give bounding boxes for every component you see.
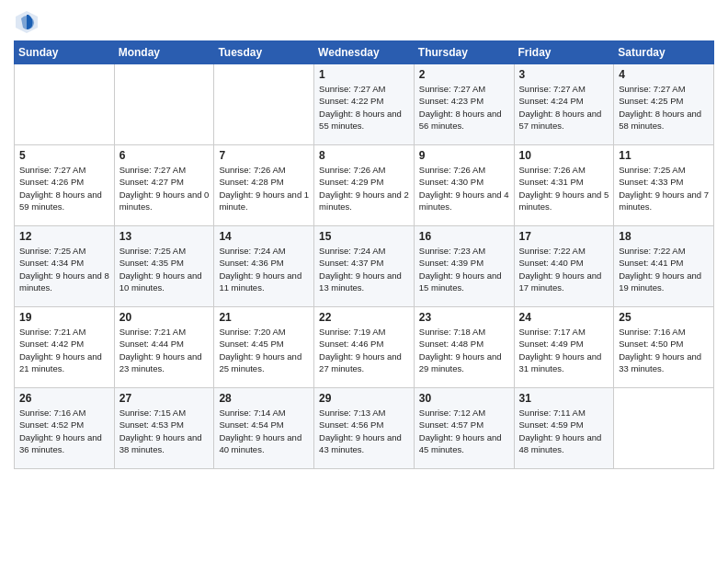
weekday-header: Tuesday [214, 41, 314, 64]
calendar-cell: 25Sunrise: 7:16 AM Sunset: 4:50 PM Dayli… [614, 307, 714, 388]
calendar-cell: 20Sunrise: 7:21 AM Sunset: 4:44 PM Dayli… [114, 307, 214, 388]
calendar-cell: 17Sunrise: 7:22 AM Sunset: 4:40 PM Dayli… [514, 226, 614, 307]
day-number: 31 [519, 392, 609, 405]
calendar-cell: 19Sunrise: 7:21 AM Sunset: 4:42 PM Dayli… [15, 307, 115, 388]
calendar-table: SundayMondayTuesdayWednesdayThursdayFrid… [14, 40, 714, 469]
page: SundayMondayTuesdayWednesdayThursdayFrid… [0, 0, 728, 563]
calendar-cell: 18Sunrise: 7:22 AM Sunset: 4:41 PM Dayli… [614, 226, 714, 307]
day-info: Sunrise: 7:17 AM Sunset: 4:49 PM Dayligh… [519, 326, 609, 374]
day-number: 6 [119, 149, 210, 162]
calendar-cell: 2Sunrise: 7:27 AM Sunset: 4:23 PM Daylig… [414, 64, 514, 145]
calendar-week-row: 1Sunrise: 7:27 AM Sunset: 4:22 PM Daylig… [15, 64, 714, 145]
day-info: Sunrise: 7:22 AM Sunset: 4:41 PM Dayligh… [619, 245, 709, 293]
day-number: 12 [19, 230, 109, 243]
day-info: Sunrise: 7:26 AM Sunset: 4:31 PM Dayligh… [519, 164, 609, 213]
calendar-cell: 10Sunrise: 7:26 AM Sunset: 4:31 PM Dayli… [514, 145, 614, 226]
day-number: 23 [419, 311, 509, 324]
day-number: 18 [619, 230, 709, 243]
logo [14, 9, 43, 35]
day-info: Sunrise: 7:27 AM Sunset: 4:23 PM Dayligh… [419, 83, 509, 132]
day-number: 28 [219, 392, 309, 405]
day-number: 8 [319, 149, 409, 162]
calendar-cell: 30Sunrise: 7:12 AM Sunset: 4:57 PM Dayli… [414, 388, 514, 469]
day-info: Sunrise: 7:22 AM Sunset: 4:40 PM Dayligh… [519, 245, 609, 293]
day-info: Sunrise: 7:27 AM Sunset: 4:27 PM Dayligh… [119, 164, 210, 213]
calendar-cell: 7Sunrise: 7:26 AM Sunset: 4:28 PM Daylig… [214, 145, 314, 226]
day-info: Sunrise: 7:19 AM Sunset: 4:46 PM Dayligh… [319, 326, 409, 374]
calendar-body: 1Sunrise: 7:27 AM Sunset: 4:22 PM Daylig… [15, 64, 714, 469]
calendar-week-row: 5Sunrise: 7:27 AM Sunset: 4:26 PM Daylig… [15, 145, 714, 226]
calendar-cell: 14Sunrise: 7:24 AM Sunset: 4:36 PM Dayli… [214, 226, 314, 307]
day-number: 21 [219, 311, 309, 324]
day-number: 26 [19, 392, 109, 405]
calendar-week-row: 26Sunrise: 7:16 AM Sunset: 4:52 PM Dayli… [15, 388, 714, 469]
calendar-header: SundayMondayTuesdayWednesdayThursdayFrid… [15, 41, 714, 64]
calendar-cell [114, 64, 214, 145]
day-info: Sunrise: 7:23 AM Sunset: 4:39 PM Dayligh… [419, 245, 509, 293]
calendar-cell [15, 64, 115, 145]
day-number: 5 [19, 149, 109, 162]
calendar-cell: 26Sunrise: 7:16 AM Sunset: 4:52 PM Dayli… [15, 388, 115, 469]
calendar-cell: 12Sunrise: 7:25 AM Sunset: 4:34 PM Dayli… [15, 226, 115, 307]
calendar-cell [214, 64, 314, 145]
day-number: 4 [619, 68, 709, 81]
day-info: Sunrise: 7:20 AM Sunset: 4:45 PM Dayligh… [219, 326, 309, 374]
day-number: 7 [219, 149, 309, 162]
calendar-cell: 6Sunrise: 7:27 AM Sunset: 4:27 PM Daylig… [114, 145, 214, 226]
calendar-cell: 21Sunrise: 7:20 AM Sunset: 4:45 PM Dayli… [214, 307, 314, 388]
day-number: 10 [519, 149, 609, 162]
day-number: 11 [619, 149, 709, 162]
day-number: 16 [419, 230, 509, 243]
day-number: 3 [519, 68, 609, 81]
weekday-row: SundayMondayTuesdayWednesdayThursdayFrid… [15, 41, 714, 64]
calendar-cell: 29Sunrise: 7:13 AM Sunset: 4:56 PM Dayli… [314, 388, 415, 469]
calendar-cell: 1Sunrise: 7:27 AM Sunset: 4:22 PM Daylig… [314, 64, 415, 145]
weekday-header: Thursday [414, 41, 514, 64]
day-info: Sunrise: 7:13 AM Sunset: 4:56 PM Dayligh… [319, 407, 409, 455]
calendar-cell: 31Sunrise: 7:11 AM Sunset: 4:59 PM Dayli… [514, 388, 614, 469]
calendar-cell: 13Sunrise: 7:25 AM Sunset: 4:35 PM Dayli… [114, 226, 214, 307]
weekday-header: Wednesday [314, 41, 415, 64]
day-number: 24 [519, 311, 609, 324]
calendar-cell: 24Sunrise: 7:17 AM Sunset: 4:49 PM Dayli… [514, 307, 614, 388]
calendar-week-row: 19Sunrise: 7:21 AM Sunset: 4:42 PM Dayli… [15, 307, 714, 388]
day-number: 27 [119, 392, 210, 405]
day-info: Sunrise: 7:26 AM Sunset: 4:29 PM Dayligh… [319, 164, 409, 213]
calendar-cell: 23Sunrise: 7:18 AM Sunset: 4:48 PM Dayli… [414, 307, 514, 388]
day-info: Sunrise: 7:16 AM Sunset: 4:52 PM Dayligh… [19, 407, 109, 455]
calendar-week-row: 12Sunrise: 7:25 AM Sunset: 4:34 PM Dayli… [15, 226, 714, 307]
calendar-cell: 3Sunrise: 7:27 AM Sunset: 4:24 PM Daylig… [514, 64, 614, 145]
header [14, 9, 714, 35]
weekday-header: Sunday [15, 41, 115, 64]
day-info: Sunrise: 7:27 AM Sunset: 4:25 PM Dayligh… [619, 83, 709, 132]
weekday-header: Friday [514, 41, 614, 64]
day-info: Sunrise: 7:25 AM Sunset: 4:34 PM Dayligh… [19, 245, 109, 293]
logo-icon [14, 9, 40, 35]
weekday-header: Monday [114, 41, 214, 64]
day-number: 15 [319, 230, 409, 243]
calendar-cell: 28Sunrise: 7:14 AM Sunset: 4:54 PM Dayli… [214, 388, 314, 469]
calendar-cell: 15Sunrise: 7:24 AM Sunset: 4:37 PM Dayli… [314, 226, 415, 307]
day-info: Sunrise: 7:25 AM Sunset: 4:33 PM Dayligh… [619, 164, 709, 213]
day-info: Sunrise: 7:15 AM Sunset: 4:53 PM Dayligh… [119, 407, 210, 455]
calendar-cell: 8Sunrise: 7:26 AM Sunset: 4:29 PM Daylig… [314, 145, 415, 226]
day-info: Sunrise: 7:27 AM Sunset: 4:22 PM Dayligh… [319, 83, 409, 132]
day-info: Sunrise: 7:26 AM Sunset: 4:30 PM Dayligh… [419, 164, 509, 213]
day-info: Sunrise: 7:27 AM Sunset: 4:24 PM Dayligh… [519, 83, 609, 132]
calendar-cell: 9Sunrise: 7:26 AM Sunset: 4:30 PM Daylig… [414, 145, 514, 226]
calendar-cell: 16Sunrise: 7:23 AM Sunset: 4:39 PM Dayli… [414, 226, 514, 307]
day-number: 20 [119, 311, 210, 324]
day-number: 30 [419, 392, 509, 405]
calendar-cell: 27Sunrise: 7:15 AM Sunset: 4:53 PM Dayli… [114, 388, 214, 469]
day-number: 14 [219, 230, 309, 243]
day-number: 17 [519, 230, 609, 243]
calendar-cell: 4Sunrise: 7:27 AM Sunset: 4:25 PM Daylig… [614, 64, 714, 145]
day-info: Sunrise: 7:21 AM Sunset: 4:44 PM Dayligh… [119, 326, 210, 374]
day-info: Sunrise: 7:26 AM Sunset: 4:28 PM Dayligh… [219, 164, 309, 213]
day-info: Sunrise: 7:16 AM Sunset: 4:50 PM Dayligh… [619, 326, 709, 374]
day-number: 29 [319, 392, 409, 405]
calendar-cell [614, 388, 714, 469]
weekday-header: Saturday [614, 41, 714, 64]
day-info: Sunrise: 7:25 AM Sunset: 4:35 PM Dayligh… [119, 245, 210, 293]
day-number: 19 [19, 311, 109, 324]
